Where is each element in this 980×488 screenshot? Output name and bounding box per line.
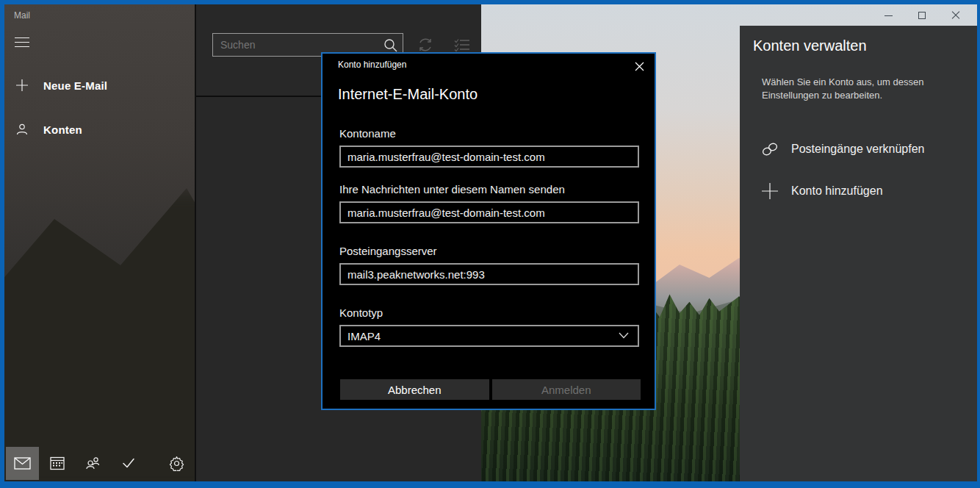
- mail-app-window: Mail Neue E-Mail Konten: [4, 4, 977, 481]
- field-account-type: Kontotyp IMAP4: [339, 306, 639, 347]
- account-name-input[interactable]: [339, 146, 639, 168]
- filter-list-icon: [453, 37, 471, 52]
- gear-icon: [169, 456, 184, 471]
- sync-icon: [417, 37, 433, 53]
- dialog-buttons: Abbrechen Anmelden: [340, 379, 641, 400]
- dock-calendar-button[interactable]: [40, 447, 73, 480]
- plus-icon: [15, 78, 29, 93]
- calendar-icon: [50, 456, 65, 470]
- field-label: Ihre Nachrichten unter diesem Namen send…: [339, 183, 639, 195]
- minimize-icon: [884, 15, 893, 16]
- panel-item-label: Konto hinzufügen: [791, 184, 883, 198]
- sidebar-item-accounts[interactable]: Konten: [4, 115, 195, 144]
- person-icon: [15, 122, 29, 137]
- manage-accounts-panel: Konten verwalten Wählen Sie ein Konto au…: [740, 26, 977, 481]
- panel-item-add-account[interactable]: Konto hinzufügen: [740, 176, 977, 206]
- maximize-icon: [918, 12, 926, 19]
- close-button[interactable]: [939, 4, 973, 26]
- dock-people-button[interactable]: [76, 447, 109, 480]
- sign-in-button[interactable]: Anmelden: [492, 379, 641, 400]
- maximize-button[interactable]: [905, 4, 939, 26]
- send-name-input[interactable]: [339, 201, 639, 223]
- panel-item-label: Posteingänge verknüpfen: [791, 143, 924, 156]
- field-send-name: Ihre Nachrichten unter diesem Namen send…: [339, 183, 639, 223]
- sidebar: Mail Neue E-Mail Konten: [4, 4, 195, 481]
- field-label: Posteingangsserver: [339, 245, 639, 257]
- sidebar-item-label: Neue E-Mail: [43, 79, 107, 92]
- panel-description: Wählen Sie ein Konto aus, um dessen Eins…: [762, 76, 934, 102]
- dock-todo-button[interactable]: [112, 447, 145, 480]
- hamburger-menu-button[interactable]: [15, 37, 29, 49]
- search-icon: [383, 38, 397, 52]
- chevron-down-icon: [619, 332, 629, 339]
- add-account-dialog: Konto hinzufügen Internet-E-Mail-Konto K…: [321, 52, 656, 410]
- field-incoming-server: Posteingangsserver: [339, 245, 639, 285]
- incoming-server-input[interactable]: [339, 263, 639, 285]
- plus-icon: [760, 182, 779, 201]
- people-icon: [85, 456, 101, 470]
- account-type-value: IMAP4: [347, 330, 381, 342]
- field-account-name: Kontoname: [339, 127, 639, 168]
- sidebar-dock: [4, 446, 195, 480]
- sidebar-photo-silhouette: [4, 188, 195, 481]
- close-icon: [951, 11, 960, 20]
- dialog-title: Konto hinzufügen: [338, 60, 406, 70]
- dialog-heading: Internet-E-Mail-Konto: [338, 86, 478, 103]
- mail-icon: [14, 457, 31, 470]
- cancel-button[interactable]: Abbrechen: [340, 379, 489, 400]
- account-type-select[interactable]: IMAP4: [339, 325, 639, 347]
- window-caption-buttons: [871, 4, 973, 26]
- dialog-close-button[interactable]: [633, 60, 646, 73]
- panel-item-link-inboxes[interactable]: Posteingänge verknüpfen: [740, 134, 977, 164]
- field-label: Kontoname: [339, 127, 639, 140]
- sidebar-item-new-email[interactable]: Neue E-Mail: [4, 71, 195, 100]
- field-label: Kontotyp: [339, 306, 639, 319]
- check-icon: [121, 457, 136, 469]
- sidebar-item-label: Konten: [43, 123, 82, 136]
- dock-mail-button[interactable]: [6, 447, 39, 480]
- app-title: Mail: [14, 10, 30, 21]
- link-icon: [760, 140, 779, 159]
- panel-title: Konten verwalten: [753, 37, 867, 54]
- minimize-button[interactable]: [871, 4, 905, 26]
- dock-settings-button[interactable]: [160, 447, 193, 480]
- close-icon: [635, 62, 644, 71]
- search-input[interactable]: [213, 39, 378, 51]
